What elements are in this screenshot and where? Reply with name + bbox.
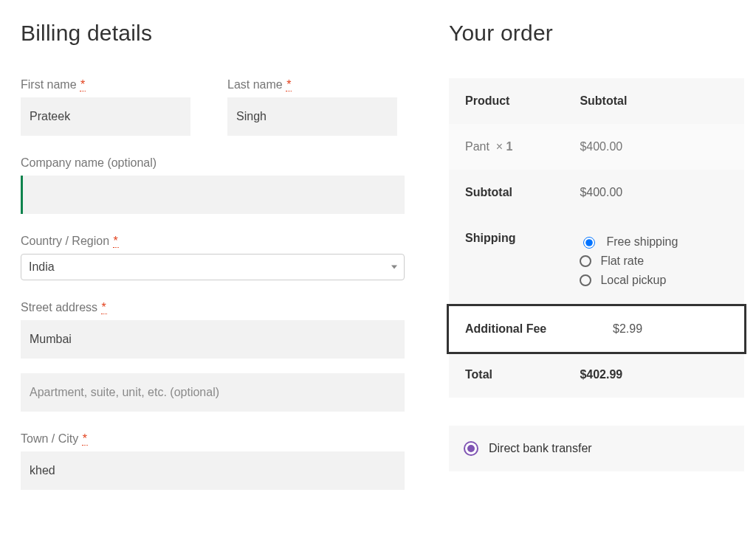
- shipping-radio-local[interactable]: [580, 274, 591, 286]
- additional-fee-value: $2.99: [597, 306, 744, 352]
- additional-fee-row: Additional Fee $2.99: [449, 306, 744, 352]
- item-subtotal: $400.00: [563, 124, 744, 170]
- col-product: Product: [449, 78, 563, 124]
- first-name-label: First name *: [21, 78, 190, 91]
- subtotal-label: Subtotal: [449, 170, 563, 215]
- street-label: Street address *: [21, 301, 405, 314]
- order-item-row: Pant × 1 $400.00: [449, 124, 744, 170]
- country-label: Country / Region *: [21, 235, 405, 248]
- city-field[interactable]: [21, 451, 405, 490]
- shipping-label: Shipping: [449, 215, 563, 306]
- total-value: $402.99: [563, 352, 744, 398]
- company-label: Company name (optional): [21, 156, 405, 170]
- billing-heading: Billing details: [21, 21, 405, 46]
- city-label: Town / City *: [21, 432, 405, 446]
- required-mark: *: [113, 235, 119, 248]
- first-name-field[interactable]: [21, 97, 190, 136]
- required-mark: *: [82, 432, 88, 446]
- subtotal-value: $400.00: [563, 170, 744, 215]
- order-heading: Your order: [449, 21, 744, 46]
- item-qty: 1: [506, 140, 513, 153]
- required-mark: *: [101, 301, 107, 314]
- item-qty-prefix: ×: [496, 140, 506, 153]
- payment-option-bank-transfer[interactable]: Direct bank transfer: [465, 442, 728, 455]
- shipping-radio-flat[interactable]: [580, 255, 591, 267]
- payment-methods: Direct bank transfer: [449, 426, 744, 471]
- shipping-option-free[interactable]: Free shipping: [580, 232, 728, 252]
- required-mark: *: [286, 78, 292, 91]
- radio-selected-icon: [465, 443, 477, 454]
- last-name-label: Last name *: [227, 78, 397, 91]
- country-select[interactable]: [21, 254, 405, 280]
- company-field[interactable]: [21, 176, 405, 214]
- last-name-field[interactable]: [227, 97, 397, 136]
- street-address-2-field[interactable]: [21, 373, 405, 412]
- total-label: Total: [449, 352, 563, 398]
- additional-fee-label: Additional Fee: [449, 306, 597, 352]
- required-mark: *: [80, 78, 86, 91]
- order-summary-table: Product Subtotal Pant × 1 $400.00 Subtot…: [449, 78, 744, 398]
- shipping-radio-free[interactable]: [583, 237, 595, 249]
- shipping-option-local[interactable]: Local pickup: [580, 271, 728, 290]
- shipping-option-flat[interactable]: Flat rate: [580, 252, 728, 271]
- item-name: Pant: [465, 140, 489, 153]
- col-subtotal: Subtotal: [563, 78, 744, 124]
- street-address-field[interactable]: [21, 320, 405, 359]
